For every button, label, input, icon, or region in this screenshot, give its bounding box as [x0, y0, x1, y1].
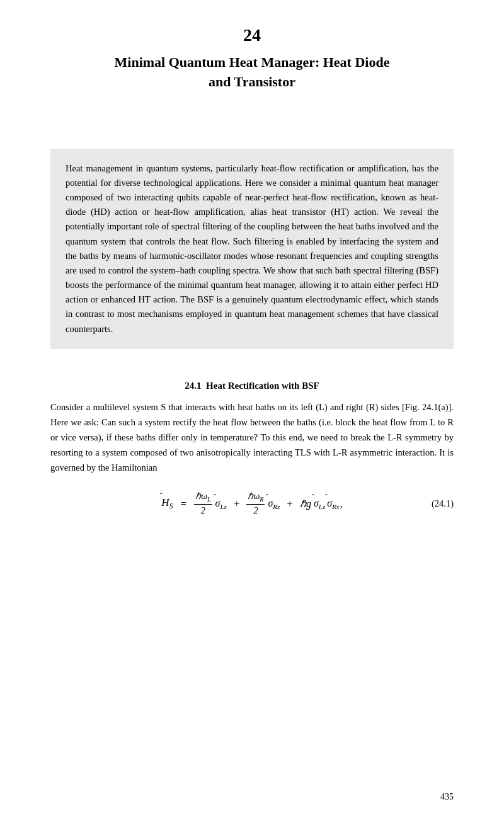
eq-plus1: +	[231, 498, 243, 510]
eq-equals: =	[177, 498, 191, 510]
page: 24 Minimal Quantum Heat Manager: Heat Di…	[0, 0, 504, 821]
section-title-label: Heat Rectification with BSF	[206, 381, 319, 391]
eq-term3: ℏg ̂ σLz ̂ σRx ,	[300, 498, 343, 510]
eq-plus2: +	[284, 498, 296, 510]
chapter-number: 24	[50, 25, 454, 45]
eq-term2: ℏωR 2 ̂ σRz	[246, 490, 280, 517]
abstract-box: Heat management in quantum systems, part…	[50, 149, 454, 349]
chapter-title: Minimal Quantum Heat Manager: Heat Diode…	[50, 53, 454, 92]
eq-lhs: ̂ H S	[161, 497, 173, 511]
page-number: 435	[440, 792, 454, 802]
equation-block: ̂ H S = ℏωL 2 ̂ σLz + ℏωR	[50, 490, 454, 517]
equation-content: ̂ H S = ℏωL 2 ̂ σLz + ℏωR	[161, 490, 343, 517]
equation-number: (24.1)	[432, 498, 454, 509]
section-heading: 24.1 Heat Rectification with BSF	[50, 381, 454, 391]
section-number-label: 24.1	[185, 381, 201, 391]
body-text: Consider a multilevel system S that inte…	[50, 400, 454, 476]
eq-term1: ℏωL 2 ̂ σLz	[194, 490, 227, 517]
abstract-text: Heat management in quantum systems, part…	[66, 163, 438, 334]
